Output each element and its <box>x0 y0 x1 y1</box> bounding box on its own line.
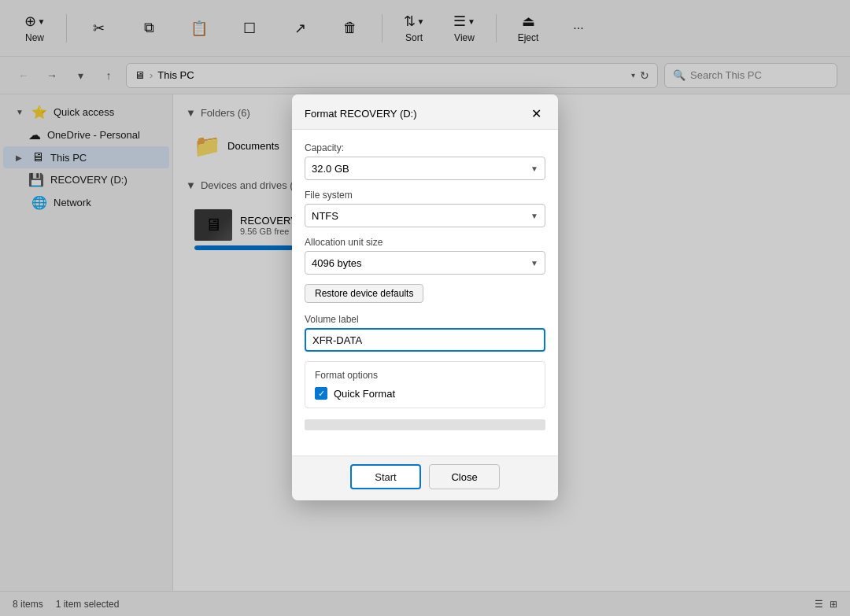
modal-close-button[interactable]: ✕ <box>527 104 545 123</box>
capacity-value: 32.0 GB <box>312 163 349 175</box>
filesystem-dropdown[interactable]: NTFS ▼ <box>305 204 545 227</box>
quick-format-label: Quick Format <box>334 388 395 400</box>
allocation-label: Allocation unit size <box>305 237 545 248</box>
restore-defaults-button[interactable]: Restore device defaults <box>305 284 423 303</box>
modal-footer: Start Close <box>292 456 558 500</box>
allocation-value: 4096 bytes <box>312 257 362 269</box>
format-progress-bar <box>305 419 545 430</box>
capacity-arrow-icon: ▼ <box>530 164 538 173</box>
filesystem-arrow-icon: ▼ <box>530 212 538 220</box>
modal-titlebar: Format RECOVERY (D:) ✕ <box>292 94 558 130</box>
start-label: Start <box>375 471 396 483</box>
volume-label-text: Volume label <box>305 314 545 325</box>
capacity-label: Capacity: <box>305 142 545 153</box>
close-button[interactable]: Close <box>429 464 500 489</box>
format-dialog: Format RECOVERY (D:) ✕ Capacity: 32.0 GB… <box>292 94 558 500</box>
volume-label-input[interactable] <box>305 328 545 352</box>
filesystem-label: File system <box>305 190 545 201</box>
capacity-dropdown[interactable]: 32.0 GB ▼ <box>305 157 545 180</box>
allocation-dropdown[interactable]: 4096 bytes ▼ <box>305 251 545 275</box>
restore-btn-label: Restore device defaults <box>315 288 413 299</box>
format-options-label: Format options <box>315 370 535 381</box>
modal-body: Capacity: 32.0 GB ▼ File system NTFS ▼ A… <box>292 130 558 456</box>
allocation-arrow-icon: ▼ <box>530 259 538 267</box>
close-label: Close <box>451 471 477 483</box>
quick-format-row[interactable]: ✓ Quick Format <box>315 387 535 400</box>
format-options-box: Format options ✓ Quick Format <box>305 361 545 408</box>
modal-title: Format RECOVERY (D:) <box>305 108 417 120</box>
filesystem-value: NTFS <box>312 210 338 222</box>
quick-format-checkbox[interactable]: ✓ <box>315 387 327 400</box>
modal-overlay: Format RECOVERY (D:) ✕ Capacity: 32.0 GB… <box>0 0 850 616</box>
start-button[interactable]: Start <box>350 464 421 489</box>
